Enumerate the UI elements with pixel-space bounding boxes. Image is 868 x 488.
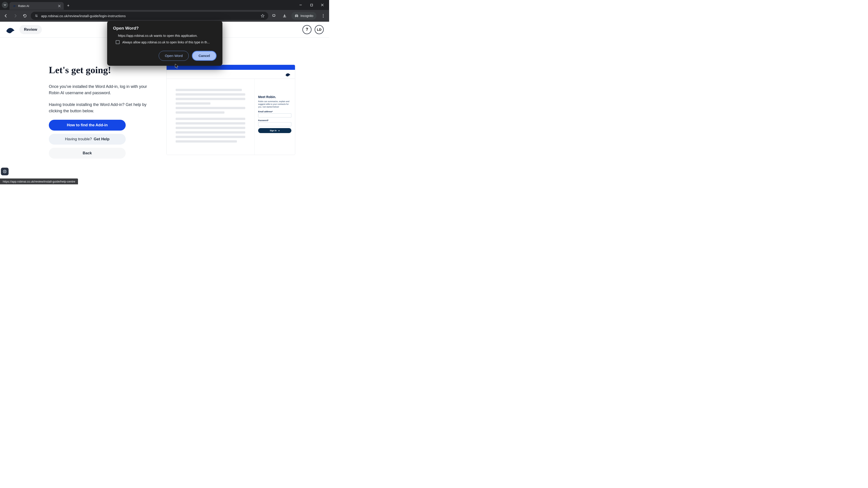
url-text: app.robinai.co.uk/review/install-guide/l… <box>41 14 258 18</box>
skeleton-line <box>176 131 245 133</box>
open-word-label: Open Word <box>165 54 183 58</box>
minimize-icon <box>299 4 302 6</box>
site-info-button[interactable] <box>34 13 39 18</box>
find-addin-label: How to find the Add-in <box>67 123 108 127</box>
always-allow-checkbox[interactable] <box>116 40 120 44</box>
back-button[interactable] <box>2 12 9 20</box>
find-addin-button[interactable]: How to find the Add-in <box>49 120 126 131</box>
tab-title: Robin AI <box>18 4 56 8</box>
incognito-icon <box>294 14 299 18</box>
tab-bar: Robin AI + <box>0 0 329 10</box>
back-nav-button[interactable]: Back <box>49 148 126 159</box>
puzzle-icon <box>272 14 276 18</box>
skeleton-line <box>176 98 245 100</box>
instructions-para-1: Once you've installed the Word Add-in, l… <box>49 84 153 96</box>
browser-menu-button[interactable] <box>320 12 327 20</box>
skeleton-line <box>176 140 237 142</box>
skeleton-line <box>176 107 245 109</box>
page-heading: Let's get going! <box>49 65 153 75</box>
tab-close-button[interactable] <box>57 4 61 8</box>
instructions-para-2: Having trouble installing the Word Add-i… <box>49 102 153 114</box>
status-bar-url: https://app.robinai.co.uk/review/install… <box>0 178 78 184</box>
avatar-initials: LD <box>317 28 321 31</box>
get-help-button[interactable]: Having trouble? Get Help <box>49 134 126 144</box>
password-input-preview <box>258 122 291 126</box>
meet-robin-title: Meet Robin. <box>258 95 291 99</box>
preview-header-row <box>166 70 295 79</box>
dialog-title: Open Word? <box>113 26 217 31</box>
tune-icon <box>35 14 38 18</box>
cancel-button[interactable]: Cancel <box>192 51 217 61</box>
signin-button-preview: Sign in <box>258 128 291 133</box>
window-minimize-button[interactable] <box>296 1 306 8</box>
chevron-down-icon <box>4 4 6 6</box>
toolbar-right: Incognito <box>271 12 327 20</box>
incognito-label: Incognito <box>301 14 313 18</box>
open-word-dialog: Open Word? https://app.robinai.co.uk wan… <box>107 21 222 66</box>
password-label: Password* <box>258 119 291 122</box>
open-word-button[interactable]: Open Word <box>159 51 189 61</box>
window-maximize-button[interactable] <box>307 1 316 8</box>
kebab-icon <box>323 14 324 18</box>
arrow-left-icon <box>4 14 8 18</box>
skeleton-line <box>176 122 245 125</box>
review-label: Review <box>24 27 37 32</box>
bookmark-button[interactable] <box>260 13 265 18</box>
browser-tab[interactable]: Robin AI <box>9 2 64 10</box>
download-icon <box>283 14 287 18</box>
robin-logo-icon <box>5 26 16 33</box>
back-label: Back <box>83 151 92 156</box>
dialog-message: https://app.robinai.co.uk wants to open … <box>118 34 217 37</box>
svg-point-1 <box>323 14 323 15</box>
instructions-column: Let's get going! Once you've installed t… <box>49 65 153 159</box>
skeleton-line <box>176 136 245 138</box>
incognito-indicator[interactable]: Incognito <box>291 12 316 20</box>
get-help-prefix: Having trouble? <box>65 137 92 141</box>
word-addin-preview: Meet Robin. Robin can summarize, explain… <box>166 65 295 155</box>
forward-button <box>12 12 19 20</box>
svg-point-2 <box>323 15 323 16</box>
robin-logo-small-icon <box>285 72 291 76</box>
help-glyph: ? <box>306 27 308 32</box>
extensions-button[interactable] <box>271 12 278 20</box>
skeleton-line <box>176 89 242 91</box>
lifebuoy-icon <box>3 169 7 173</box>
signin-label: Sign in <box>270 129 277 132</box>
skeleton-line <box>176 93 245 96</box>
skeleton-line <box>176 127 245 129</box>
get-help-bold: Get Help <box>94 137 110 141</box>
maximize-icon <box>310 4 313 6</box>
skeleton-line <box>176 102 211 105</box>
email-input-preview <box>258 113 291 118</box>
skeleton-line <box>176 118 245 120</box>
preview-signin-panel: Meet Robin. Robin can summarize, explain… <box>254 79 295 155</box>
support-widget-button[interactable] <box>1 168 8 175</box>
close-icon <box>321 4 324 6</box>
downloads-button[interactable] <box>281 12 288 20</box>
skeleton-line <box>176 111 224 113</box>
arrow-right-icon <box>13 14 18 18</box>
address-bar: app.robinai.co.uk/review/install-guide/l… <box>0 10 329 22</box>
preview-body: Meet Robin. Robin can summarize, explain… <box>166 79 295 155</box>
tab-search-dropdown[interactable] <box>2 2 8 8</box>
svg-rect-0 <box>311 4 313 6</box>
cancel-label: Cancel <box>198 54 210 58</box>
meet-robin-desc: Robin can summarize, explain and suggest… <box>258 100 291 108</box>
user-avatar[interactable]: LD <box>315 25 324 34</box>
close-icon <box>58 5 61 7</box>
reload-button[interactable] <box>21 12 29 20</box>
window-close-button[interactable] <box>317 1 327 8</box>
dialog-checkbox-row: Always allow app.robinai.co.uk to open l… <box>116 40 217 44</box>
dialog-actions: Open Word Cancel <box>113 51 217 61</box>
window-controls <box>296 1 327 8</box>
review-nav-button[interactable]: Review <box>20 25 42 34</box>
preview-document <box>166 79 254 155</box>
always-allow-label: Always allow app.robinai.co.uk to open l… <box>122 40 210 44</box>
new-tab-button[interactable]: + <box>65 2 71 9</box>
browser-chrome: Robin AI + app.robinai.co.uk/review/inst… <box>0 0 329 22</box>
arrow-right-icon <box>278 130 280 132</box>
help-button[interactable]: ? <box>303 25 311 34</box>
svg-point-5 <box>4 171 5 172</box>
url-field[interactable]: app.robinai.co.uk/review/install-guide/l… <box>31 12 268 20</box>
reload-icon <box>23 14 27 18</box>
